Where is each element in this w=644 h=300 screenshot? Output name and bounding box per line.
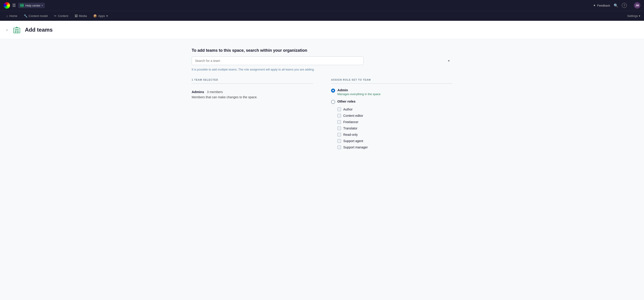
page-header: ‹ Add teams — [0, 21, 644, 39]
space-badge[interactable]: CO Help center ▾ — [18, 3, 45, 8]
space-chevron-icon: ▾ — [42, 4, 43, 7]
top-navbar: ☰ CO Help center ▾ ✦ Feedback 🔍 ? JM — [0, 0, 644, 11]
nav-media[interactable]: 🖼 Media — [72, 13, 90, 19]
helper-text: It is possible to add multiple teams. Th… — [192, 68, 452, 71]
other-roles-radio[interactable] — [331, 100, 335, 104]
team-search-input[interactable] — [192, 56, 364, 65]
feedback-button[interactable]: ✦ Feedback — [593, 3, 610, 7]
feedback-star-icon: ✦ — [593, 3, 596, 7]
role-other-option[interactable]: Other roles — [331, 99, 452, 104]
assign-role-header: ASSIGN ROLE SET TO TEAM — [331, 78, 452, 84]
sub-role-freelancer[interactable]: Freelancer — [338, 120, 452, 124]
freelancer-checkbox[interactable] — [338, 120, 341, 124]
svg-rect-1 — [15, 29, 16, 30]
read-only-checkbox[interactable] — [338, 133, 341, 137]
other-roles-label: Other roles — [338, 99, 356, 103]
search-chevron-icon: ▾ — [448, 59, 450, 63]
freelancer-label: Freelancer — [343, 120, 358, 124]
content-editor-label: Content editor — [343, 114, 363, 118]
nav-apps[interactable]: 📦 Apps ▾ — [90, 13, 111, 19]
teams-selected-header: 1 TEAM SELECTED — [192, 78, 313, 84]
svg-rect-3 — [16, 29, 17, 30]
support-manager-label: Support manager — [343, 146, 368, 149]
logo-icon — [4, 2, 10, 8]
nav-content[interactable]: ✏ Content — [51, 13, 71, 19]
nav-content-model[interactable]: 🔧 Content model — [21, 13, 51, 19]
svg-rect-2 — [18, 29, 18, 30]
role-admin-option[interactable]: Admin Manages everything in the space — [331, 88, 452, 96]
team-members-count: 3 members — [207, 90, 223, 94]
apps-icon: 📦 — [93, 14, 97, 18]
sub-role-author[interactable]: Author — [338, 108, 452, 111]
admin-radio[interactable] — [331, 89, 335, 93]
svg-rect-0 — [14, 28, 20, 33]
team-name: Admins — [192, 90, 204, 94]
teams-selected-col: 1 TEAM SELECTED Admins 3 members Members… — [192, 78, 313, 101]
nav-home[interactable]: ⌂ Home — [4, 13, 20, 19]
sub-roles-list: Author Content editor Freelancer Transla… — [338, 108, 452, 149]
hamburger-icon[interactable]: ☰ — [12, 3, 16, 8]
admin-role-desc: Manages everything in the space — [338, 92, 380, 96]
author-checkbox[interactable] — [338, 108, 341, 111]
space-name: Help center — [25, 4, 40, 7]
sub-role-content-editor[interactable]: Content editor — [338, 114, 452, 118]
admin-role-label: Admin — [338, 88, 380, 92]
back-button[interactable]: ‹ — [6, 27, 8, 33]
sub-role-support-agent[interactable]: Support agent — [338, 139, 452, 143]
author-label: Author — [343, 108, 352, 111]
translator-checkbox[interactable] — [338, 127, 341, 130]
team-search-container: ▾ — [192, 56, 452, 65]
sub-role-read-only[interactable]: Read-only — [338, 133, 452, 137]
media-icon: 🖼 — [75, 14, 78, 18]
settings-chevron-icon: ▾ — [639, 14, 640, 18]
support-agent-checkbox[interactable] — [338, 139, 341, 143]
help-icon[interactable]: ? — [622, 3, 627, 8]
team-description: Members that can make changes to the spa… — [192, 95, 313, 99]
search-icon[interactable]: 🔍 — [614, 3, 618, 8]
content-editor-checkbox[interactable] — [338, 114, 341, 118]
settings-button[interactable]: Settings ▾ — [627, 14, 640, 18]
assign-role-col: ASSIGN ROLE SET TO TEAM Admin Manages ev… — [331, 78, 452, 152]
team-item: Admins 3 members Members that can make c… — [192, 88, 313, 101]
search-section-title: To add teams to this space, search withi… — [192, 48, 452, 53]
content-icon: ✏ — [54, 14, 56, 18]
read-only-label: Read-only — [343, 133, 358, 137]
home-icon: ⌂ — [6, 14, 8, 18]
page-title: Add teams — [25, 27, 53, 33]
user-avatar[interactable]: JM — [634, 2, 640, 8]
apps-chevron-icon: ▾ — [106, 14, 108, 18]
translator-label: Translator — [343, 127, 358, 130]
main-content: To add teams to this space, search withi… — [186, 39, 458, 161]
sub-role-support-manager[interactable]: Support manager — [338, 146, 452, 149]
teams-icon — [12, 25, 21, 34]
sub-role-translator[interactable]: Translator — [338, 127, 452, 130]
support-manager-checkbox[interactable] — [338, 146, 341, 149]
second-navbar: ⌂ Home 🔧 Content model ✏ Content 🖼 Media… — [0, 11, 644, 21]
support-agent-label: Support agent — [343, 139, 363, 143]
two-col-layout: 1 TEAM SELECTED Admins 3 members Members… — [192, 78, 452, 152]
space-dot: CO — [20, 3, 24, 7]
content-model-icon: 🔧 — [24, 14, 28, 18]
